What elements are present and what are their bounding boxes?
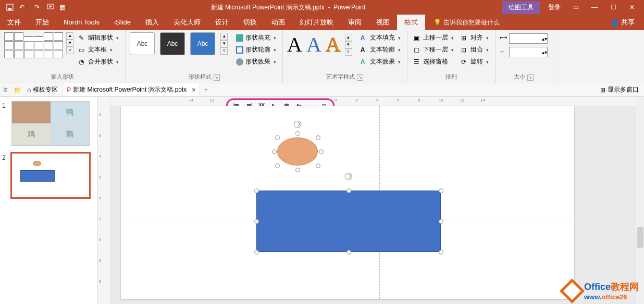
handle[interactable] bbox=[346, 188, 351, 193]
handle[interactable] bbox=[319, 149, 324, 154]
style-preset-2[interactable]: Abc bbox=[160, 32, 185, 55]
new-doc-icon[interactable]: 🗎 bbox=[0, 86, 11, 94]
file-tab[interactable]: P新建 Microsoft PowerPoint 演示文稿.pptx× bbox=[63, 83, 200, 96]
wordart-down-icon[interactable]: ▾ bbox=[345, 41, 352, 48]
wordart-preset-1[interactable]: A bbox=[287, 32, 302, 57]
group-size: ⟷▴▾ ↔▴▾ 大小↘ bbox=[496, 30, 552, 83]
rotate-handle-oval[interactable] bbox=[294, 121, 301, 128]
shape-gallery[interactable] bbox=[4, 32, 63, 58]
tab-slideshow[interactable]: 幻灯片放映 bbox=[292, 15, 341, 30]
style-preset-3[interactable]: Abc bbox=[190, 32, 215, 55]
redo-icon[interactable]: ↷ bbox=[31, 2, 43, 13]
handle[interactable] bbox=[439, 250, 443, 255]
tab-beautify[interactable]: 美化大师 bbox=[166, 15, 208, 30]
start-from-beginning-icon[interactable] bbox=[45, 2, 56, 13]
canvas-area[interactable]: 141210864202468101214 ⋯ ⊞ bbox=[110, 97, 636, 304]
shape-outline-button[interactable]: 形状轮廓▾ bbox=[234, 44, 278, 55]
person-icon: 👤 bbox=[611, 19, 619, 27]
handle[interactable] bbox=[295, 168, 300, 172]
tab-design[interactable]: 设计 bbox=[208, 15, 236, 30]
text-fill-button[interactable]: A文本填充▾ bbox=[358, 32, 403, 43]
thumbnail-2[interactable]: 2 bbox=[2, 153, 95, 198]
style-down-icon[interactable]: ▾ bbox=[220, 40, 228, 47]
handle[interactable] bbox=[439, 188, 443, 193]
tab-animation[interactable]: 动画 bbox=[264, 15, 292, 30]
shape-rectangle[interactable] bbox=[256, 191, 441, 252]
tab-home[interactable]: 开始 bbox=[28, 15, 56, 30]
merge-shapes-button[interactable]: ◔合并形状▾ bbox=[77, 56, 121, 67]
wordart-preset-3[interactable]: A bbox=[326, 32, 341, 57]
qat-more-icon[interactable]: ▦▾ bbox=[58, 2, 70, 13]
undo-icon[interactable]: ↶▾ bbox=[18, 2, 29, 13]
style-up-icon[interactable]: ▴ bbox=[220, 33, 228, 40]
handle[interactable] bbox=[439, 219, 443, 224]
handle[interactable] bbox=[272, 149, 277, 154]
thumb-number: 1 bbox=[2, 101, 8, 146]
wordart-up-icon[interactable]: ▴ bbox=[345, 34, 352, 41]
style-preset-1[interactable]: Abc bbox=[130, 32, 155, 55]
bring-forward-button[interactable]: ▣上移一层▾ bbox=[412, 32, 456, 43]
scrollbar-thumb[interactable] bbox=[637, 227, 643, 248]
handle[interactable] bbox=[254, 219, 259, 224]
tab-file[interactable]: 文件 bbox=[0, 15, 28, 30]
width-field[interactable]: ▴▾ bbox=[509, 47, 548, 57]
shape-oval[interactable] bbox=[277, 137, 318, 166]
tab-transition[interactable]: 切换 bbox=[236, 15, 264, 30]
rotate-handle-rect[interactable] bbox=[345, 173, 352, 180]
wordart-more-icon[interactable]: ▿ bbox=[345, 48, 352, 56]
height-field[interactable]: ▴▾ bbox=[509, 33, 548, 44]
vertical-scrollbar[interactable] bbox=[636, 97, 644, 304]
shape-styles-dialog-icon[interactable]: ↘ bbox=[214, 74, 220, 81]
text-effects-button[interactable]: A文本效果▾ bbox=[358, 56, 403, 67]
send-backward-button[interactable]: ▢下移一层▾ bbox=[412, 44, 456, 55]
tab-islide[interactable]: iSlide bbox=[107, 15, 138, 30]
slide-canvas[interactable] bbox=[121, 106, 574, 299]
handle[interactable] bbox=[346, 250, 351, 255]
rotate-button[interactable]: ⟳旋转▾ bbox=[459, 56, 491, 67]
minimize-icon[interactable]: — bbox=[586, 2, 603, 13]
template-tab[interactable]: ⌂模板专区 bbox=[23, 83, 63, 96]
tab-view[interactable]: 视图 bbox=[369, 15, 397, 30]
tab-nordri[interactable]: Nordri Tools bbox=[56, 15, 107, 30]
gallery-more-icon[interactable]: ▿ bbox=[66, 47, 73, 54]
shape-fill-button[interactable]: 形状填充▾ bbox=[234, 32, 278, 43]
maximize-icon[interactable]: ☐ bbox=[604, 2, 622, 13]
close-icon[interactable]: ✕ bbox=[623, 2, 641, 13]
login-button[interactable]: 登录 bbox=[543, 2, 566, 13]
close-file-icon[interactable]: × bbox=[192, 86, 195, 94]
tab-insert[interactable]: 插入 bbox=[138, 15, 166, 30]
align-button[interactable]: ⊞对齐▾ bbox=[459, 32, 491, 43]
share-button[interactable]: 👤 共享 bbox=[601, 18, 644, 27]
contextual-tab-label: 绘图工具 bbox=[502, 1, 540, 14]
size-dialog-icon[interactable]: ↘ bbox=[527, 74, 534, 81]
tab-review[interactable]: 审阅 bbox=[341, 15, 369, 30]
text-outline-button[interactable]: A文本轮廓▾ bbox=[358, 44, 403, 55]
shape-effects-button[interactable]: 形状效果▾ bbox=[234, 56, 278, 67]
group-button[interactable]: ⊡组合▾ bbox=[459, 44, 491, 55]
handle[interactable] bbox=[295, 131, 300, 136]
save-icon[interactable] bbox=[4, 2, 16, 13]
tell-me-search[interactable]: 💡 告诉我你想要做什么 bbox=[434, 18, 500, 27]
gallery-up-icon[interactable]: ▴ bbox=[66, 32, 73, 40]
handle[interactable] bbox=[254, 250, 259, 255]
handle[interactable] bbox=[316, 135, 320, 140]
multi-window-button[interactable]: ⊞显示多窗口 bbox=[595, 85, 644, 94]
thumbnail-1[interactable]: 1 鸭鸡鹅 bbox=[2, 101, 95, 146]
edit-shape-button[interactable]: ✎编辑形状▾ bbox=[77, 32, 121, 43]
open-folder-icon[interactable]: 📁 bbox=[11, 86, 23, 94]
style-more-icon[interactable]: ▿ bbox=[220, 47, 228, 55]
handle[interactable] bbox=[316, 163, 320, 168]
handle[interactable] bbox=[254, 188, 259, 193]
wordart-preset-2[interactable]: A bbox=[306, 32, 321, 57]
group-arrange: ▣上移一层▾ ▢下移一层▾ ☰选择窗格 ⊞对齐▾ ⊡组合▾ ⟳旋转▾ 排列 bbox=[407, 30, 496, 83]
wordart-dialog-icon[interactable]: ↘ bbox=[357, 74, 363, 81]
handle[interactable] bbox=[275, 163, 280, 168]
ribbon-display-icon[interactable]: ▭ bbox=[567, 2, 585, 13]
textbox-button[interactable]: ▭文本框▾ bbox=[77, 44, 121, 55]
svg-rect-5 bbox=[234, 104, 239, 106]
gallery-down-icon[interactable]: ▾ bbox=[66, 40, 73, 47]
tab-format[interactable]: 格式 bbox=[397, 15, 425, 30]
handle[interactable] bbox=[275, 135, 280, 140]
add-tab-icon[interactable]: + bbox=[200, 86, 212, 94]
selection-pane-button[interactable]: ☰选择窗格 bbox=[412, 56, 456, 67]
